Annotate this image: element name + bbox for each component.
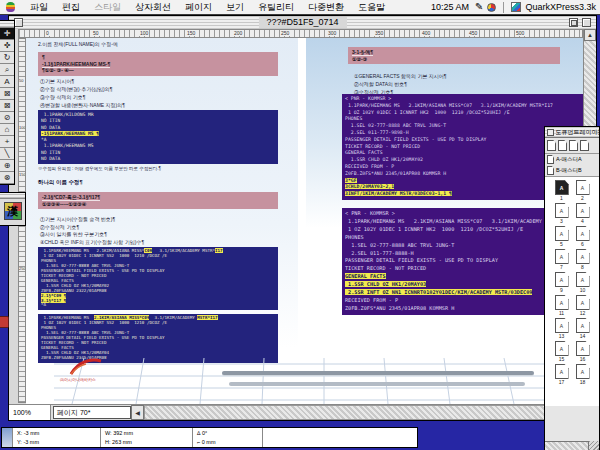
menu-item-6[interactable]: 보기	[219, 1, 251, 14]
rounded-picture-box-tool-icon[interactable]: ⊠	[0, 100, 14, 112]
blank-page-icon[interactable]	[569, 140, 578, 151]
page-thumbnail-1[interactable]: A1	[554, 180, 569, 201]
application-menu-label[interactable]: QuarkXPress3.3k	[525, 2, 596, 12]
text-box-tool-icon[interactable]: A	[0, 76, 14, 88]
palette-title: 도큐먼트레이아웃	[556, 128, 599, 137]
page-thumbnail-11[interactable]: A11	[554, 295, 569, 316]
oval-picture-box-tool-icon[interactable]: ⊘	[0, 112, 14, 124]
w-value: 392 mm	[113, 430, 133, 436]
blank-page-icons	[545, 138, 599, 154]
close-box-icon[interactable]	[14, 18, 23, 27]
blank-facing-page-icon[interactable]	[558, 140, 567, 151]
page-thumbnail-7[interactable]: A7	[554, 249, 569, 270]
page-thumbnail-8[interactable]: A8	[575, 249, 590, 270]
page-thumbnail-16[interactable]: A16	[575, 341, 590, 362]
menu-item-7[interactable]: 유틸리티	[251, 1, 301, 14]
blank-page-icon[interactable]	[580, 140, 589, 151]
palette-title-bar[interactable]: 도큐먼트레이아웃	[545, 127, 599, 138]
apple-menu-icon[interactable]	[6, 2, 15, 12]
legend-list-3: ①GENERAL FACTS 항목의 기본 지시어¶②삭제할 DATA의 번호¶…	[354, 72, 447, 96]
page-thumbnail-12[interactable]: A12	[575, 295, 590, 316]
legend-line: ①기본 지시어¶	[40, 77, 125, 85]
pen-icon[interactable]: ✎	[475, 2, 483, 12]
master-page-icon	[547, 155, 554, 164]
page-thumbnail-6[interactable]: A6	[575, 226, 590, 247]
left-edge-app-icon[interactable]	[0, 316, 9, 328]
h-value: 263 mm	[112, 439, 132, 445]
line-tool-icon[interactable]: ╲	[0, 148, 14, 160]
page-thumbnail-13[interactable]: A13	[554, 318, 569, 339]
link-tool-icon[interactable]: ⊕	[0, 160, 14, 172]
page-area: 2.이름 전체(FULL NAME)의 수정-예 ¶-1.1§1PARK/HEE…	[26, 38, 593, 420]
orthogonal-line-tool-icon[interactable]: +	[0, 136, 14, 148]
page-thumbnail-17[interactable]: A17	[554, 364, 569, 385]
legend-line: ①GENERAL FACTS 항목의 기본 지시어¶	[354, 72, 447, 80]
menu-item-9[interactable]: 도움말	[351, 1, 392, 14]
horizontal-scrollbar[interactable]	[144, 405, 568, 420]
ruler-number: 50	[92, 30, 100, 36]
palette-close-icon[interactable]	[547, 129, 554, 136]
hanja-input-icon[interactable]: 漢	[4, 202, 22, 220]
scroll-left-icon[interactable]: ◀	[131, 405, 144, 420]
view-percent-field[interactable]: 100%	[9, 405, 51, 420]
quarkxpress-app-icon[interactable]	[511, 2, 521, 12]
master-page-icon	[547, 166, 554, 175]
format-box-1: ¶-1.1§1PARK/HEEMANG MS-¶¶①②- ③- ④—	[38, 52, 278, 76]
palette-resize-handle[interactable]	[588, 441, 599, 450]
polygon-picture-box-tool-icon[interactable]: ⌂	[0, 124, 14, 136]
menu-clock: 10:25 AM	[431, 2, 469, 12]
ruler-number: 0	[45, 30, 50, 36]
measurements-empty-area	[263, 428, 417, 447]
page-thumbnail-grid: A1A2A3A4A5A6A7A8A9A10A11A12A13A14A15A16A…	[545, 176, 599, 406]
rect-picture-box-tool-icon[interactable]: ⊠	[0, 88, 14, 100]
window-title-bar[interactable]: ???#D51F5_0714	[9, 16, 596, 29]
menu-item-8[interactable]: 다중변환	[301, 1, 351, 14]
logo-text: ㈜아시아나애바카스	[60, 377, 96, 382]
page-thumbnail-5[interactable]: A5	[554, 226, 569, 247]
master-page-item-a[interactable]: A-매스터A	[545, 154, 599, 165]
page-thumbnail-14[interactable]: A14	[575, 318, 590, 339]
page-thumbnail-4[interactable]: A4	[575, 203, 590, 224]
item-tool-icon[interactable]: ✛	[0, 28, 14, 40]
master-page-label: B-매스터B	[556, 167, 582, 174]
input-method-palette[interactable]: 漢	[0, 192, 26, 226]
size-cell[interactable]: W: 392 mm H: 263 mm	[101, 428, 193, 447]
content-tool-icon[interactable]: ✜	[0, 40, 14, 52]
position-cell[interactable]: X: -3 mm Y: -3 mm	[13, 428, 101, 447]
ruler-number: 100	[139, 30, 149, 36]
text-line: -1.1§1PARK/HEEMANG MS-¶	[42, 61, 274, 68]
menu-item-2[interactable]: 편집	[55, 1, 87, 14]
unlink-tool-icon[interactable]: ⊗	[0, 172, 14, 184]
page-thumbnail-3[interactable]: A3	[554, 203, 569, 224]
palette-drag-bar[interactable]	[0, 193, 25, 199]
menu-items: 파일편집스타일상자회선페이지보기유틸리티다중변환도움말	[23, 1, 392, 14]
page-thumbnail-18[interactable]: A18	[575, 364, 590, 385]
page-thumbnail-9[interactable]: A9	[554, 272, 569, 293]
text-line: 1.1PARK/HEEMANG MS 2.1KIM/ASIANA MISS*C0…	[345, 103, 584, 110]
page-thumbnail-15[interactable]: A15	[554, 341, 569, 362]
window-title: ???#D51F5_0714	[258, 17, 346, 28]
page-number-field[interactable]: 페이지 70*	[53, 406, 131, 419]
menu-item-5[interactable]: 페이지	[178, 1, 219, 14]
zoom-tool-icon[interactable]: ⌕	[0, 64, 14, 76]
rotation-tool-icon[interactable]: ↻	[0, 52, 14, 64]
collapse-box-icon[interactable]	[582, 18, 591, 27]
blank-single-page-icon[interactable]	[547, 140, 556, 151]
page-thumbnail-10[interactable]: A10	[575, 272, 590, 293]
window-status-bar: 100% 페이지 70* ◀ ▶	[9, 404, 596, 420]
angle-cell[interactable]: ∆ 0° ⌐ 0 mm	[193, 428, 263, 447]
note-line: ※수정의 유의점 : 어떤 경우에도 이름 부분만 따로 수정된다.¶	[38, 166, 161, 171]
color-ball-icon[interactable]	[487, 3, 496, 12]
text-line: ¶	[42, 54, 274, 61]
zoom-box-icon[interactable]	[569, 18, 578, 27]
ruler-number: 50	[19, 79, 26, 83]
menu-item-4[interactable]: 상자회선	[128, 1, 178, 14]
master-page-item-b[interactable]: B-매스터B	[545, 165, 599, 176]
menu-item-1[interactable]: 파일	[23, 1, 55, 14]
measurements-palette-icon	[2, 428, 13, 447]
scroll-up-icon[interactable]: ▲	[584, 29, 596, 41]
text-line: 3-1-§-예¶	[352, 49, 556, 56]
palette-drag-bar[interactable]	[0, 21, 14, 28]
legend-line: ②삭제할 DATA의 번호¶	[354, 80, 447, 88]
page-thumbnail-2[interactable]: A2	[575, 180, 590, 201]
